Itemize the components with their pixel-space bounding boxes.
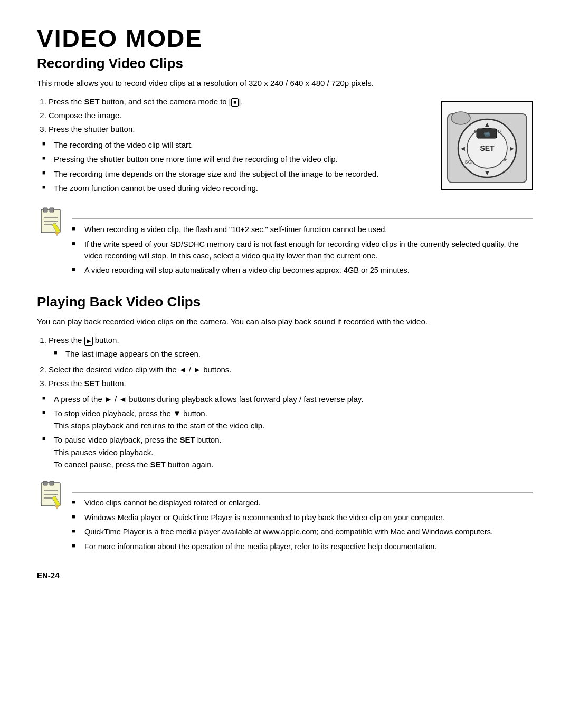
recording-step-1: Press the SET button, and set the camera… bbox=[49, 95, 425, 108]
note-icon-recording bbox=[37, 207, 72, 237]
note-divider-2 bbox=[72, 492, 533, 493]
playback-step1-subbullets: The last image appears on the screen. bbox=[49, 348, 533, 360]
playback-note-2: Windows Media player or QuickTime Player… bbox=[72, 512, 533, 523]
recording-steps-list: Press the SET button, and set the camera… bbox=[37, 95, 425, 136]
recording-step-3: Press the shutter button. bbox=[49, 123, 425, 136]
recording-note-bullets: When recording a video clip, the flash a… bbox=[72, 224, 533, 276]
note-icon-playback bbox=[37, 480, 72, 511]
playback-note-1: Video clips cannot be displayed rotated … bbox=[72, 497, 533, 509]
camera-diagram: SET ▲ ▼ ◄ ► ▶ M ★ SCN 📹 bbox=[441, 101, 533, 190]
playback-note-wrapper: Video clips cannot be displayed rotated … bbox=[37, 480, 533, 555]
svg-text:SCN: SCN bbox=[464, 159, 474, 165]
svg-point-14 bbox=[451, 112, 470, 124]
playback-bullets-list: A press of the ► / ◄ buttons during play… bbox=[37, 393, 533, 471]
recording-note-wrapper: When recording a video clip, the flash a… bbox=[37, 207, 533, 279]
playback-bullet-2: To stop video playback, press the ▼ butt… bbox=[42, 407, 533, 432]
camera-diagram-area: SET ▲ ▼ ◄ ► ▶ M ★ SCN 📹 bbox=[441, 101, 533, 190]
playback-step1-bullet: The last image appears on the screen. bbox=[54, 348, 533, 360]
playback-bullet-1: A press of the ► / ◄ buttons during play… bbox=[42, 393, 533, 405]
svg-rect-17 bbox=[43, 208, 48, 212]
recording-bullets-list: The recording of the video clip will sta… bbox=[37, 139, 425, 194]
svg-text:M: M bbox=[498, 129, 502, 135]
svg-rect-25 bbox=[43, 481, 48, 485]
playback-intro: You can play back recorded video clips o… bbox=[37, 315, 533, 328]
svg-text:★: ★ bbox=[503, 157, 507, 162]
playback-note-bullets: Video clips cannot be displayed rotated … bbox=[72, 497, 533, 552]
playback-note-content: Video clips cannot be displayed rotated … bbox=[72, 480, 533, 555]
playback-button-icon: ▶ bbox=[84, 337, 93, 346]
section-playback-heading: Playing Back Video Clips bbox=[37, 294, 533, 310]
svg-text:▲: ▲ bbox=[483, 120, 490, 128]
playback-bullet-3: To pause video playback, press the SET b… bbox=[42, 434, 533, 471]
note-divider-1 bbox=[72, 218, 533, 219]
video-mode-icon: ■ bbox=[231, 98, 239, 107]
recording-note-1: When recording a video clip, the flash a… bbox=[72, 224, 533, 235]
recording-bullet-1: The recording of the video clip will sta… bbox=[42, 139, 425, 151]
svg-text:◄: ◄ bbox=[459, 145, 466, 152]
svg-rect-18 bbox=[50, 208, 54, 212]
section-recording-heading: Recording Video Clips bbox=[37, 55, 533, 72]
svg-text:►: ► bbox=[508, 145, 515, 152]
recording-intro: This mode allows you to record video cli… bbox=[37, 77, 533, 89]
playback-step-2: Select the desired video clip with the ◄… bbox=[49, 363, 533, 376]
svg-marker-23 bbox=[55, 232, 59, 236]
playback-steps-list: Press the ▶ button. The last image appea… bbox=[37, 334, 533, 389]
recording-bullet-4: The zoom function cannot be used during … bbox=[42, 182, 425, 194]
recording-bullet-2: Pressing the shutter button one more tim… bbox=[42, 153, 425, 165]
recording-note-3: A video recording will stop automaticall… bbox=[72, 264, 533, 276]
playback-step-3: Press the SET button. bbox=[49, 377, 533, 390]
recording-step-2: Compose the image. bbox=[49, 109, 425, 122]
recording-steps-area: Press the SET button, and set the camera… bbox=[37, 95, 533, 197]
recording-note-content: When recording a video clip, the flash a… bbox=[72, 207, 533, 279]
svg-rect-26 bbox=[50, 481, 54, 485]
page-title: VIDEO MODE bbox=[37, 25, 533, 52]
playback-note-3: QuickTime Player is a free media player … bbox=[72, 526, 533, 538]
playback-step-1: Press the ▶ button. The last image appea… bbox=[49, 334, 533, 360]
playback-note-4: For more information about the operation… bbox=[72, 541, 533, 552]
recording-bullet-3: The recording time depends on the storag… bbox=[42, 168, 425, 180]
svg-text:SET: SET bbox=[480, 144, 495, 152]
svg-marker-31 bbox=[55, 505, 59, 509]
page-number: EN-24 bbox=[37, 571, 533, 580]
svg-text:▼: ▼ bbox=[483, 169, 490, 177]
apple-link[interactable]: www.apple.com bbox=[263, 528, 317, 536]
svg-text:📹: 📹 bbox=[483, 130, 490, 137]
recording-note-2: If the write speed of your SD/SDHC memor… bbox=[72, 238, 533, 262]
recording-steps-left: Press the SET button, and set the camera… bbox=[37, 95, 425, 197]
